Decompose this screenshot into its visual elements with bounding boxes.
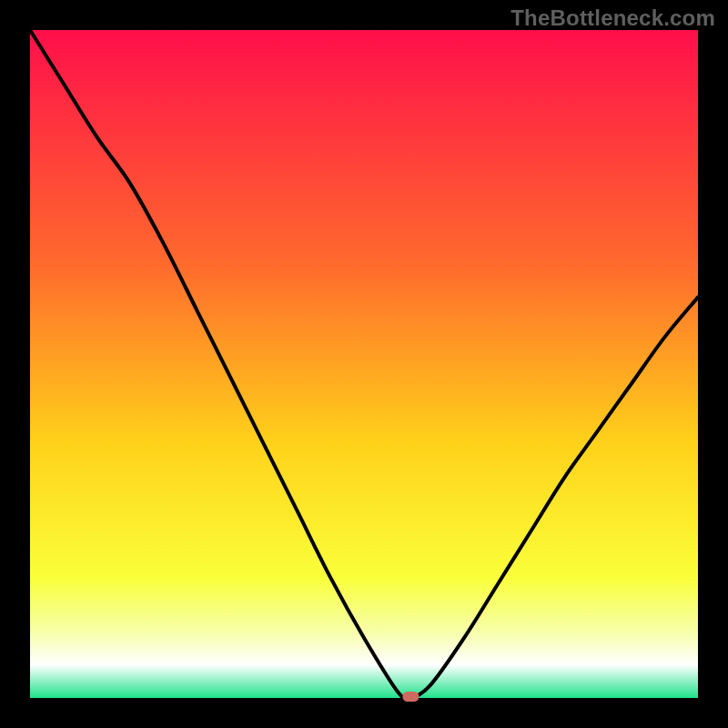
chart-svg bbox=[0, 0, 728, 728]
plot-background bbox=[30, 30, 698, 698]
chart-stage: TheBottleneck.com bbox=[0, 0, 728, 728]
watermark-label: TheBottleneck.com bbox=[511, 5, 715, 31]
minimum-marker bbox=[402, 692, 419, 702]
